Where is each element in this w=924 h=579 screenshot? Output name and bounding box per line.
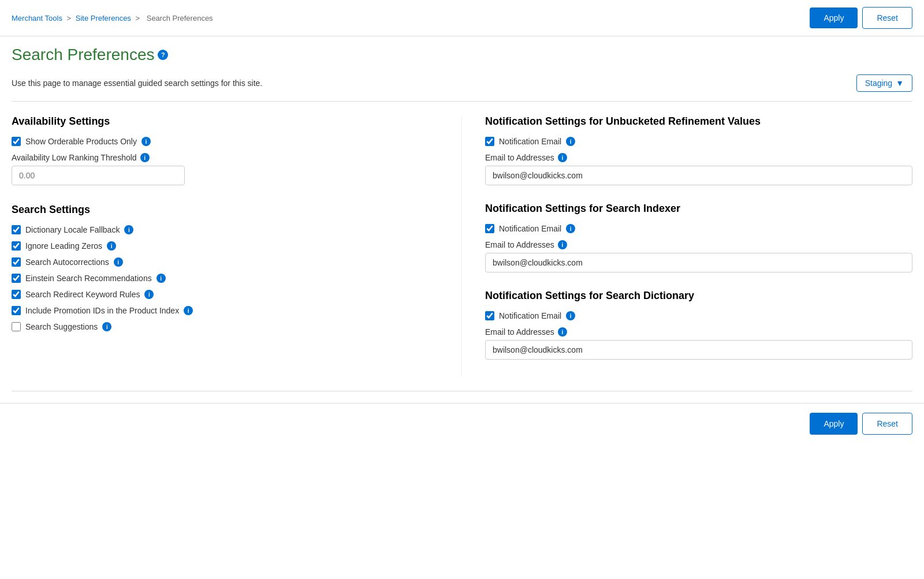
right-column: Notification Settings for Unbucketed Ref… xyxy=(462,115,912,377)
einstein-search-label: Einstein Search Recommendations xyxy=(25,274,152,283)
breadcrumb-current: Search Preferences xyxy=(147,14,213,23)
search-suggestions-info-icon[interactable]: i xyxy=(102,322,111,331)
dict-locale-label: Dictionary Locale Fallback xyxy=(25,225,120,234)
notification-indexer-to-info-icon[interactable]: i xyxy=(558,240,567,249)
notification-unbucketed-to-info-icon[interactable]: i xyxy=(558,153,567,162)
threshold-label: Availability Low Ranking Threshold xyxy=(12,153,137,162)
notification-indexer-section: Notification Settings for Search Indexer… xyxy=(485,203,912,272)
search-settings-title: Search Settings xyxy=(12,204,438,216)
breadcrumb-merchant-tools[interactable]: Merchant Tools xyxy=(12,14,62,23)
dict-locale-checkbox[interactable] xyxy=(12,225,21,234)
notification-indexer-email-label: Notification Email xyxy=(499,224,561,233)
search-setting-row-4: Search Redirect Keyword Rules i xyxy=(12,290,438,299)
einstein-search-checkbox[interactable] xyxy=(12,274,21,283)
search-setting-row-1: Ignore Leading Zeros i xyxy=(12,241,438,251)
notification-dictionary-email-input-wrapper xyxy=(485,340,912,360)
notification-unbucketed-email-row: Notification Email i xyxy=(485,137,912,146)
notification-indexer-to-label: Email to Addresses xyxy=(485,240,554,249)
bottom-bar: Apply Reset xyxy=(0,403,924,444)
main-content: Availability Settings Show Orderable Pro… xyxy=(0,102,924,391)
notification-indexer-email-input-wrapper xyxy=(485,253,912,272)
search-settings-section: Search Settings Dictionary Locale Fallba… xyxy=(12,204,438,331)
notification-unbucketed-email-checkbox[interactable] xyxy=(485,137,494,146)
staging-label: Staging xyxy=(865,79,892,88)
include-promo-info-icon[interactable]: i xyxy=(184,306,193,315)
include-promo-label: Include Promotion IDs in the Product Ind… xyxy=(25,306,179,315)
description-text: Use this page to manage essential guided… xyxy=(12,79,262,88)
notification-indexer-email-row: Notification Email i xyxy=(485,224,912,233)
staging-dropdown[interactable]: Staging ▼ xyxy=(856,74,912,92)
notification-unbucketed-to-label-row: Email to Addresses i xyxy=(485,153,912,162)
dict-locale-info-icon[interactable]: i xyxy=(124,225,133,234)
notification-indexer-email-info-icon[interactable]: i xyxy=(566,224,575,233)
breadcrumb-sep1: > xyxy=(67,14,73,23)
include-promo-checkbox[interactable] xyxy=(12,306,21,315)
notification-unbucketed-email-info-icon[interactable]: i xyxy=(566,137,575,146)
search-suggestions-checkbox[interactable] xyxy=(12,322,21,331)
redirect-keywords-info-icon[interactable]: i xyxy=(144,290,154,299)
notification-dictionary-title: Notification Settings for Search Diction… xyxy=(485,290,912,302)
search-autocorr-info-icon[interactable]: i xyxy=(114,257,123,267)
notification-dictionary-to-info-icon[interactable]: i xyxy=(558,327,567,337)
ignore-zeros-label: Ignore Leading Zeros xyxy=(25,241,102,251)
availability-title: Availability Settings xyxy=(12,115,438,128)
search-setting-row-0: Dictionary Locale Fallback i xyxy=(12,225,438,234)
apply-button-top[interactable]: Apply xyxy=(810,8,858,28)
bottom-divider xyxy=(12,391,912,391)
show-orderable-checkbox[interactable] xyxy=(12,137,21,146)
search-setting-row-5: Include Promotion IDs in the Product Ind… xyxy=(12,306,438,315)
notification-indexer-title: Notification Settings for Search Indexer xyxy=(485,203,912,215)
redirect-keywords-checkbox[interactable] xyxy=(12,290,21,299)
notification-unbucketed-title: Notification Settings for Unbucketed Ref… xyxy=(485,115,912,128)
redirect-keywords-label: Search Redirect Keyword Rules xyxy=(25,290,140,299)
breadcrumb-site-preferences[interactable]: Site Preferences xyxy=(76,14,131,23)
page-title: Search Preferences xyxy=(12,46,154,64)
notification-dictionary-email-info-icon[interactable]: i xyxy=(566,311,575,320)
threshold-input[interactable] xyxy=(12,166,185,185)
search-setting-row-6: Search Suggestions i xyxy=(12,322,438,331)
notification-dictionary-email-input[interactable] xyxy=(485,340,912,360)
description-bar: Use this page to manage essential guided… xyxy=(0,69,924,101)
show-orderable-info-icon[interactable]: i xyxy=(141,137,151,146)
reset-button-top[interactable]: Reset xyxy=(862,7,912,29)
search-autocorr-checkbox[interactable] xyxy=(12,257,21,267)
notification-dictionary-email-row: Notification Email i xyxy=(485,311,912,320)
notification-indexer-email-checkbox[interactable] xyxy=(485,224,494,233)
search-setting-row-3: Einstein Search Recommendations i xyxy=(12,274,438,283)
notification-unbucketed-to-label: Email to Addresses xyxy=(485,153,554,162)
notification-indexer-email-input[interactable] xyxy=(485,253,912,272)
header-buttons: Apply Reset xyxy=(810,7,912,29)
notification-dictionary-email-checkbox[interactable] xyxy=(485,311,494,320)
search-autocorr-label: Search Autocorrections xyxy=(25,257,109,267)
page-title-row: Search Preferences ? xyxy=(12,46,168,64)
chevron-down-icon: ▼ xyxy=(896,79,904,88)
ignore-zeros-info-icon[interactable]: i xyxy=(107,241,116,251)
left-column: Availability Settings Show Orderable Pro… xyxy=(12,115,462,377)
notification-unbucketed-email-label: Notification Email xyxy=(499,137,561,146)
notification-dictionary-to-label: Email to Addresses xyxy=(485,327,554,337)
threshold-info-icon[interactable]: i xyxy=(140,153,150,162)
reset-button-bottom[interactable]: Reset xyxy=(862,413,912,435)
search-suggestions-label: Search Suggestions xyxy=(25,322,98,331)
apply-button-bottom[interactable]: Apply xyxy=(810,413,858,435)
page-help-icon[interactable]: ? xyxy=(158,50,168,60)
notification-unbucketed-email-input[interactable] xyxy=(485,166,912,185)
notification-unbucketed-section: Notification Settings for Unbucketed Ref… xyxy=(485,115,912,185)
einstein-search-info-icon[interactable]: i xyxy=(157,274,166,283)
breadcrumb-sep2: > xyxy=(136,14,142,23)
breadcrumb: Merchant Tools > Site Preferences > Sear… xyxy=(12,14,215,23)
show-orderable-label: Show Orderable Products Only xyxy=(25,137,137,146)
notification-dictionary-to-label-row: Email to Addresses i xyxy=(485,327,912,337)
notification-indexer-to-label-row: Email to Addresses i xyxy=(485,240,912,249)
header-section: Search Preferences ? xyxy=(0,36,924,69)
availability-settings-section: Availability Settings Show Orderable Pro… xyxy=(12,115,438,185)
threshold-input-wrapper xyxy=(12,166,438,185)
threshold-label-row: Availability Low Ranking Threshold i xyxy=(12,153,438,162)
notification-unbucketed-email-input-wrapper xyxy=(485,166,912,185)
ignore-zeros-checkbox[interactable] xyxy=(12,241,21,251)
search-setting-row-2: Search Autocorrections i xyxy=(12,257,438,267)
notification-dictionary-email-label: Notification Email xyxy=(499,311,561,320)
notification-dictionary-section: Notification Settings for Search Diction… xyxy=(485,290,912,360)
top-bar: Merchant Tools > Site Preferences > Sear… xyxy=(0,0,924,36)
show-orderable-row: Show Orderable Products Only i xyxy=(12,137,438,146)
